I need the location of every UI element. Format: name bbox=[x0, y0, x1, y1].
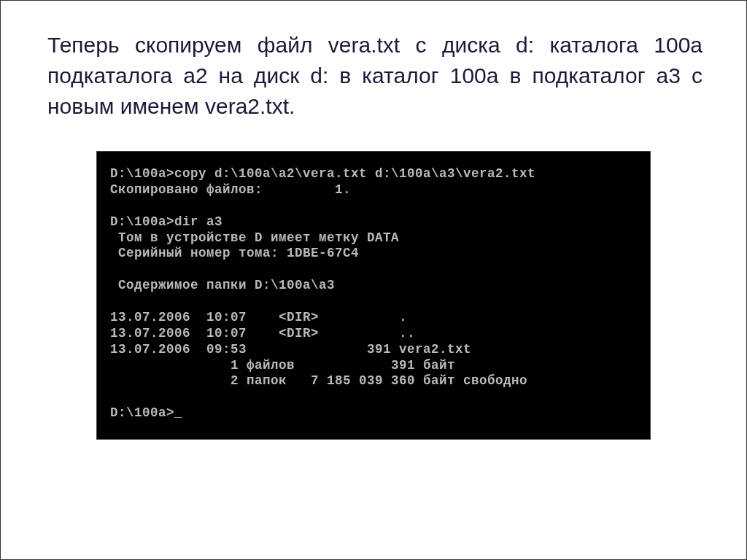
terminal-line-0: D:\100a>copy d:\100a\a2\vera.txt d:\100a… bbox=[110, 166, 535, 181]
slide-description: Теперь скопируем файл vera.txt с диска d… bbox=[44, 30, 703, 122]
terminal-line-11: 13.07.2006 09:53 391 vera2.txt bbox=[110, 342, 471, 357]
description-text: Теперь скопируем файл vera.txt с диска d… bbox=[47, 33, 703, 118]
terminal-line-12: 1 файлов 391 байт bbox=[110, 358, 455, 373]
terminal-line-1: Скопировано файлов: 1. bbox=[110, 182, 351, 197]
terminal-line-4: Том в устройстве D имеет метку DATA bbox=[110, 230, 399, 245]
terminal-line-3: D:\100a>dir a3 bbox=[110, 214, 222, 229]
terminal-line-13: 2 папок 7 185 039 360 байт свободно bbox=[110, 373, 527, 388]
terminal-line-10: 13.07.2006 10:07 <DIR> .. bbox=[110, 326, 415, 341]
terminal-line-5: Серийный номер тома: 1DBE-67C4 bbox=[110, 246, 359, 260]
slide-container: Теперь скопируем файл vera.txt с диска d… bbox=[0, 0, 747, 560]
terminal-line-9: 13.07.2006 10:07 <DIR> . bbox=[110, 310, 407, 324]
terminal-line-7: Содержимое папки D:\100a\a3 bbox=[110, 278, 335, 292]
terminal-line-15: D:\100a>_ bbox=[110, 405, 182, 420]
terminal-window: D:\100a>copy d:\100a\a2\vera.txt d:\100a… bbox=[96, 151, 651, 440]
